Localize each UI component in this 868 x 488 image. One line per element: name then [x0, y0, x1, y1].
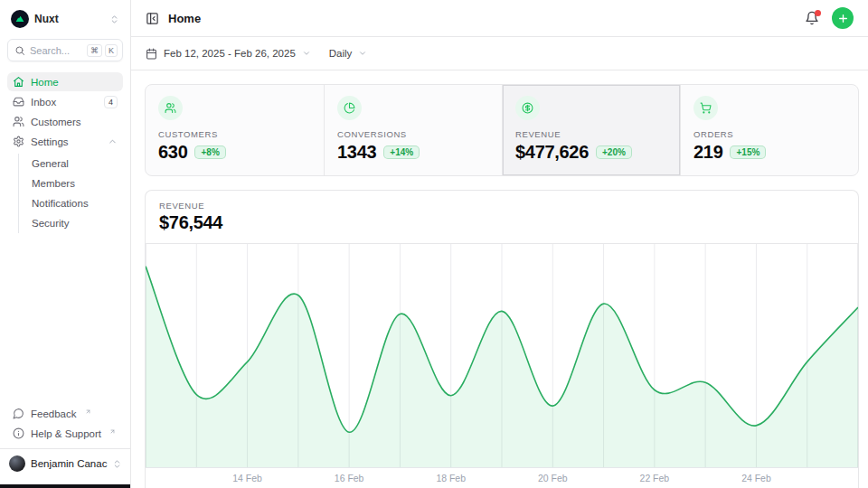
- kbd-cmd: ⌘: [87, 44, 102, 57]
- stat-card-customers[interactable]: Customers 630 +8%: [146, 85, 324, 175]
- x-axis-tick-label: 20 Feb: [538, 473, 568, 483]
- sidebar-item-label: Home: [31, 77, 59, 88]
- inbox-count-badge: 4: [104, 96, 118, 108]
- kbd-k: K: [105, 44, 118, 57]
- cart-icon: [693, 96, 718, 120]
- sidebar-item-customers[interactable]: Customers: [7, 112, 123, 131]
- gear-icon: [13, 136, 24, 147]
- feedback-link[interactable]: Feedback: [7, 404, 123, 423]
- chevrons-up-down-icon: [109, 14, 119, 24]
- x-axis-tick-label: 22 Feb: [640, 473, 670, 483]
- search-shortcut: ⌘ K: [87, 44, 118, 57]
- workspace-name: Nuxt: [34, 13, 59, 25]
- main-area: Home Feb 12, 2025 - Feb 26, 2025: [131, 0, 868, 488]
- stats-row: Customers 630 +8% Conversions 1343 +14%: [145, 84, 859, 176]
- revenue-chart-card: Revenue $76,544 14 Feb16 Feb18 Feb20 Feb…: [145, 190, 859, 488]
- stat-value: 219: [693, 142, 722, 163]
- search-placeholder: Search...: [30, 45, 70, 56]
- topbar: Home: [131, 0, 868, 37]
- external-link-icon: [109, 428, 116, 435]
- filters-toolbar: Feb 12, 2025 - Feb 26, 2025 Daily: [131, 37, 868, 70]
- stat-value: $477,626: [515, 142, 589, 163]
- sidebar-nav: Home Inbox 4 Customers Settings: [7, 72, 123, 235]
- x-axis-tick-label: 24 Feb: [741, 473, 771, 483]
- sidebar-footer-links: Feedback Help & Support: [7, 404, 123, 443]
- user-menu[interactable]: Benjamin Canac: [9, 455, 121, 472]
- info-circle-icon: [13, 427, 24, 439]
- sidebar: Nuxt Search... ⌘ K Home: [0, 0, 131, 488]
- sidebar-item-security[interactable]: Security: [28, 213, 123, 233]
- calendar-icon: [146, 48, 157, 60]
- chevron-down-icon: [358, 49, 367, 58]
- pie-chart-icon: [337, 96, 362, 120]
- users-icon: [13, 116, 24, 127]
- help-support-link[interactable]: Help & Support: [7, 424, 123, 443]
- add-button[interactable]: [832, 7, 854, 29]
- footer-link-label: Help & Support: [31, 428, 101, 439]
- stat-card-revenue[interactable]: Revenue $477,626 +20%: [502, 85, 680, 175]
- chevron-up-icon: [108, 136, 118, 146]
- chevron-down-icon: [302, 49, 311, 58]
- date-range-picker[interactable]: Feb 12, 2025 - Feb 26, 2025: [146, 48, 311, 60]
- chart-header: Revenue $76,544: [146, 191, 858, 244]
- avatar: [9, 455, 25, 472]
- notification-dot: [815, 10, 821, 16]
- plus-icon: [837, 13, 849, 24]
- sidebar-item-general[interactable]: General: [28, 154, 123, 174]
- footer-link-label: Feedback: [31, 408, 77, 419]
- stat-label: Customers: [158, 129, 311, 139]
- page-title: Home: [168, 12, 201, 25]
- sidebar-item-members[interactable]: Members: [28, 174, 123, 193]
- stat-card-orders[interactable]: Orders 219 +15%: [680, 85, 858, 175]
- nuxt-logo-icon: [11, 10, 29, 28]
- search-input[interactable]: Search... ⌘ K: [7, 39, 123, 61]
- sidebar-item-label: Settings: [31, 136, 69, 147]
- chevrons-up-down-icon: [112, 459, 122, 469]
- sub-item-label: Members: [32, 178, 75, 189]
- stat-delta-badge: +15%: [730, 145, 766, 159]
- user-name: Benjamin Canac: [31, 458, 107, 469]
- stat-delta-badge: +14%: [383, 145, 420, 159]
- users-icon: [158, 96, 183, 120]
- inbox-icon: [13, 96, 24, 108]
- app-window: Nuxt Search... ⌘ K Home: [0, 0, 868, 488]
- x-axis-tick-label: 16 Feb: [335, 473, 364, 483]
- notifications-button[interactable]: [805, 11, 819, 25]
- home-icon: [13, 76, 24, 88]
- sub-item-label: General: [32, 158, 69, 169]
- stat-delta-badge: +20%: [596, 145, 632, 159]
- window-bottom-strip: [0, 484, 130, 488]
- dollar-circle-icon: [515, 96, 540, 120]
- chat-bubble-icon: [13, 408, 24, 419]
- period-select[interactable]: Daily: [329, 48, 368, 59]
- chart-value: $76,544: [159, 212, 844, 233]
- chart-label: Revenue: [159, 201, 844, 211]
- topbar-actions: [805, 7, 854, 29]
- sidebar-item-label: Inbox: [31, 97, 56, 108]
- date-range-label: Feb 12, 2025 - Feb 26, 2025: [164, 48, 296, 59]
- sidebar-item-inbox[interactable]: Inbox 4: [7, 92, 123, 111]
- search-icon: [14, 45, 25, 56]
- sidebar-item-label: Customers: [31, 117, 81, 127]
- sidebar-item-settings[interactable]: Settings: [7, 132, 123, 151]
- page-content: Customers 630 +8% Conversions 1343 +14%: [131, 70, 868, 488]
- stat-value: 630: [158, 142, 187, 163]
- sidebar-item-home[interactable]: Home: [7, 72, 123, 91]
- sidebar-spacer: [7, 235, 123, 404]
- panel-left-close-icon[interactable]: [146, 12, 159, 25]
- sidebar-item-notifications[interactable]: Notifications: [28, 193, 123, 213]
- revenue-area-chart[interactable]: 14 Feb16 Feb18 Feb20 Feb22 Feb24 Feb: [146, 244, 858, 488]
- stat-label: Revenue: [515, 129, 667, 139]
- stat-label: Orders: [693, 129, 845, 139]
- stat-value: 1343: [337, 142, 376, 163]
- stat-delta-badge: +8%: [194, 145, 225, 159]
- x-axis-tick-label: 14 Feb: [232, 473, 262, 483]
- user-section: Benjamin Canac: [0, 448, 130, 481]
- x-axis-tick-label: 18 Feb: [436, 473, 466, 483]
- external-link-icon: [85, 408, 91, 415]
- sub-item-label: Notifications: [32, 198, 89, 209]
- period-label: Daily: [329, 48, 353, 59]
- stat-card-conversions[interactable]: Conversions 1343 +14%: [324, 85, 502, 175]
- sub-item-label: Security: [32, 218, 70, 229]
- workspace-switcher[interactable]: Nuxt: [7, 7, 123, 31]
